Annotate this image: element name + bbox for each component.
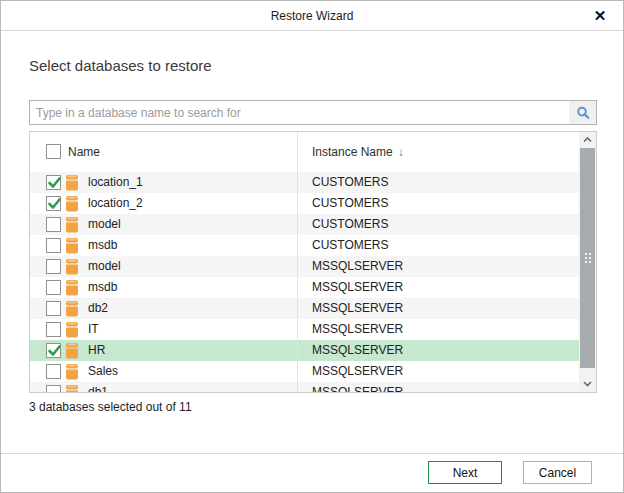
instance-name: MSSQLSERVER <box>312 277 403 298</box>
database-name: db1 <box>88 382 108 393</box>
row-checkbox[interactable] <box>46 322 61 337</box>
page-title: Select databases to restore <box>29 57 212 74</box>
row-checkbox[interactable] <box>46 196 61 211</box>
database-name: msdb <box>88 235 117 256</box>
instance-name: MSSQLSERVER <box>312 298 403 319</box>
database-name: Sales <box>88 361 118 382</box>
row-checkbox[interactable] <box>46 343 61 358</box>
instance-name: MSSQLSERVER <box>312 319 403 340</box>
database-name: model <box>88 256 121 277</box>
scroll-down-icon[interactable] <box>579 376 596 392</box>
database-name: db2 <box>88 298 108 319</box>
table-header: Name Instance Name↓ <box>30 132 596 172</box>
table-row[interactable]: model CUSTOMERS <box>30 214 579 235</box>
instance-name: MSSQLSERVER <box>312 361 403 382</box>
database-icon <box>64 195 80 211</box>
database-icon <box>64 321 80 337</box>
next-button[interactable]: Next <box>428 461 502 484</box>
row-checkbox[interactable] <box>46 385 61 393</box>
column-separator <box>297 132 298 392</box>
row-checkbox[interactable] <box>46 259 61 274</box>
table-row[interactable]: location_2 CUSTOMERS <box>30 193 579 214</box>
database-table: Name Instance Name↓ location_1 CUSTOMERS <box>29 131 597 393</box>
database-name: location_2 <box>88 193 143 214</box>
instance-name: CUSTOMERS <box>312 193 388 214</box>
database-icon <box>64 384 80 393</box>
database-name: msdb <box>88 277 117 298</box>
window-title: Restore Wizard <box>271 9 354 23</box>
database-icon <box>64 279 80 295</box>
title-bar: Restore Wizard ✕ <box>1 1 623 31</box>
scrollbar-grip-icon <box>585 253 591 263</box>
database-name: HR <box>88 340 105 361</box>
database-name: location_1 <box>88 172 143 193</box>
instance-name: CUSTOMERS <box>312 172 388 193</box>
row-checkbox[interactable] <box>46 238 61 253</box>
database-name: model <box>88 214 121 235</box>
database-name: IT <box>88 319 99 340</box>
table-row[interactable]: HR MSSQLSERVER <box>30 340 579 361</box>
table-row[interactable]: IT MSSQLSERVER <box>30 319 579 340</box>
database-icon <box>64 174 80 190</box>
magnifier-icon <box>576 106 590 120</box>
table-row[interactable]: msdb CUSTOMERS <box>30 235 579 256</box>
table-row[interactable]: Sales MSSQLSERVER <box>30 361 579 382</box>
instance-name: CUSTOMERS <box>312 235 388 256</box>
database-icon <box>64 363 80 379</box>
instance-name: MSSQLSERVER <box>312 340 403 361</box>
column-header-instance[interactable]: Instance Name↓ <box>312 145 404 159</box>
database-icon <box>64 216 80 232</box>
selection-status-text: 3 databases selected out of 11 <box>29 400 192 414</box>
restore-wizard-dialog: Restore Wizard ✕ Select databases to res… <box>0 0 624 493</box>
row-checkbox[interactable] <box>46 364 61 379</box>
search-button[interactable] <box>569 101 596 124</box>
table-row[interactable]: msdb MSSQLSERVER <box>30 277 579 298</box>
table-row[interactable]: db1 MSSQLSERVER <box>30 382 579 393</box>
database-icon <box>64 258 80 274</box>
footer-bar: Next Cancel <box>1 453 623 493</box>
select-all-checkbox[interactable] <box>46 144 61 159</box>
row-checkbox[interactable] <box>46 280 61 295</box>
table-row[interactable]: db2 MSSQLSERVER <box>30 298 579 319</box>
search-input[interactable] <box>30 101 569 124</box>
database-icon <box>64 342 80 358</box>
database-icon <box>64 300 80 316</box>
column-header-name[interactable]: Name <box>68 145 100 159</box>
vertical-scrollbar[interactable] <box>579 132 596 392</box>
sort-descending-icon: ↓ <box>398 145 404 159</box>
close-icon[interactable]: ✕ <box>587 4 613 28</box>
row-checkbox[interactable] <box>46 175 61 190</box>
table-rows: location_1 CUSTOMERS location_2 CUSTOMER… <box>30 172 579 393</box>
scrollbar-thumb[interactable] <box>580 148 595 368</box>
row-checkbox[interactable] <box>46 301 61 316</box>
row-checkbox[interactable] <box>46 217 61 232</box>
cancel-button[interactable]: Cancel <box>523 461 592 484</box>
instance-name: CUSTOMERS <box>312 214 388 235</box>
database-icon <box>64 237 80 253</box>
table-row[interactable]: location_1 CUSTOMERS <box>30 172 579 193</box>
search-box <box>29 100 597 125</box>
instance-name: MSSQLSERVER <box>312 256 403 277</box>
scroll-up-icon[interactable] <box>579 132 596 148</box>
instance-name: MSSQLSERVER <box>312 382 403 393</box>
table-row[interactable]: model MSSQLSERVER <box>30 256 579 277</box>
